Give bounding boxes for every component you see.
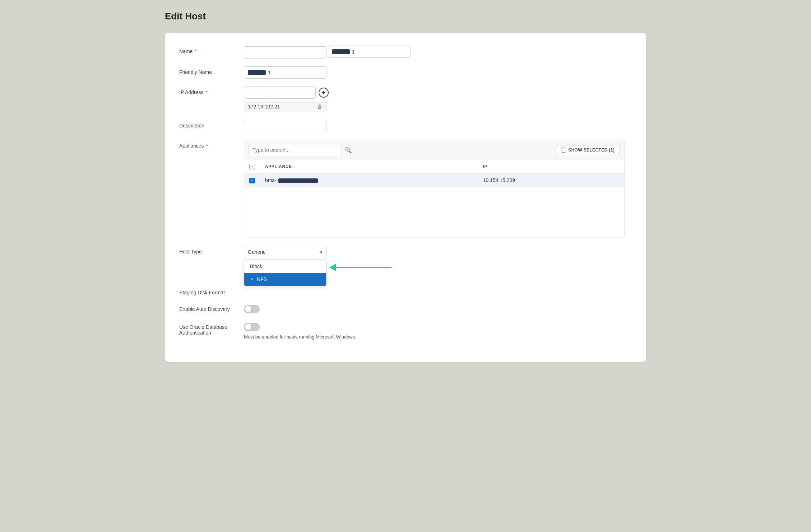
show-selected-checkbox (561, 148, 566, 153)
appliance-search-input[interactable] (249, 144, 342, 156)
search-input-wrap: 🔍 (249, 144, 352, 156)
row-checkbox[interactable] (249, 178, 255, 183)
auto-discovery-toggle[interactable] (244, 305, 260, 313)
host-type-field: Generic ▾ Block ✓ NFS (244, 246, 431, 258)
header-checkbox[interactable] (249, 164, 255, 169)
row-appliance-ip: 10.154.15.209 (478, 173, 624, 187)
oracle-auth-field: Must be enabled for hosts running Micros… (244, 321, 431, 340)
appliances-field: 🔍 SHOW SELECTED (1) (244, 140, 625, 238)
table-row: bms- 10.154.15.209 (244, 173, 624, 187)
appliances-required-star: * (206, 143, 208, 149)
dropdown-item-nfs[interactable]: ✓ NFS (244, 273, 326, 286)
host-type-label: Host Type (179, 246, 244, 255)
dropdown-item-block[interactable]: Block (244, 260, 326, 273)
nfs-label: NFS (257, 276, 267, 282)
appliance-name-masked (278, 178, 318, 183)
oracle-auth-label-line2: Authentication (179, 330, 211, 336)
oracle-auth-row: Use Oracle Database Authentication Must … (179, 321, 632, 340)
ip-input[interactable] (244, 87, 316, 99)
arrow-line (336, 267, 391, 268)
oracle-auth-label-line1: Use Oracle Database (179, 324, 227, 330)
page-title: Edit Host (165, 7, 646, 25)
auto-discovery-toggle-knob (245, 306, 251, 312)
ip-address-label: IP Address * (179, 87, 244, 95)
host-type-dropdown-menu: Block ✓ NFS (244, 260, 326, 286)
name-input-display[interactable] (328, 46, 411, 58)
name-input[interactable] (244, 46, 326, 59)
oracle-auth-hint: Must be enabled for hosts running Micros… (244, 334, 431, 340)
ip-add-button[interactable]: + (319, 88, 329, 98)
ip-required-star: * (205, 89, 207, 95)
auto-discovery-field (244, 303, 431, 313)
oracle-auth-toggle[interactable] (244, 323, 260, 331)
friendly-name-masked (248, 70, 266, 75)
oracle-auth-label: Use Oracle Database Authentication (179, 321, 244, 336)
oracle-auth-toggle-knob (245, 324, 251, 330)
description-input[interactable] (244, 120, 326, 132)
staging-disk-row: Staging Disk Format (179, 287, 632, 295)
name-label: Name * (179, 46, 244, 54)
auto-discovery-label: Enable Auto Discovery (179, 303, 244, 312)
friendly-name-label: Friendly Name (179, 66, 244, 75)
host-type-row: Host Type Generic ▾ Block (179, 246, 632, 258)
host-type-dropdown-container: Generic ▾ Block ✓ NFS (244, 246, 431, 258)
ip-existing-value: 172.16.102.21 (248, 104, 280, 109)
empty-row (244, 187, 624, 237)
appliances-table: APPLIANCE IP bms- (244, 160, 624, 238)
appliances-wrapper: 🔍 SHOW SELECTED (1) (244, 140, 625, 238)
header-appliance: APPLIANCE (260, 160, 478, 173)
appliances-search-bar: 🔍 SHOW SELECTED (1) (244, 140, 624, 160)
host-type-chevron-icon: ▾ (320, 249, 323, 255)
row-checkbox-cell (244, 173, 260, 187)
host-type-select-wrap: Generic ▾ (244, 246, 326, 258)
friendly-name-suffix: 1 (268, 70, 271, 75)
name-required-star: * (195, 48, 196, 54)
row-appliance-name: bms- (260, 173, 478, 187)
block-label: Block (250, 263, 262, 269)
header-checkbox-cell (244, 160, 260, 173)
arrow-annotation (330, 264, 391, 271)
ip-section: + 172.16.102.21 🗑 (244, 87, 431, 112)
form-card: Name * 1 Friendly Name (165, 33, 646, 362)
appliances-label: Appliances * (179, 140, 244, 149)
description-field (244, 120, 431, 132)
host-type-select[interactable]: Generic ▾ (244, 246, 326, 258)
arrow-head-icon (329, 264, 336, 271)
auto-discovery-row: Enable Auto Discovery (179, 303, 632, 313)
auto-discovery-toggle-container (244, 303, 431, 313)
appliances-row: Appliances * 🔍 SHOW SELECTED (1) (179, 140, 632, 238)
staging-disk-label: Staging Disk Format (179, 287, 244, 295)
page-container: Edit Host Name * 1 Friend (165, 7, 646, 362)
show-selected-button[interactable]: SHOW SELECTED (1) (556, 145, 620, 155)
description-label: Description (179, 120, 244, 129)
ip-delete-icon[interactable]: 🗑 (317, 103, 323, 109)
ip-address-field: + 172.16.102.21 🗑 (244, 87, 431, 112)
show-selected-label: SHOW SELECTED (1) (568, 148, 615, 153)
nfs-checkmark-icon: ✓ (250, 276, 254, 282)
ip-existing-row: 172.16.102.21 🗑 (244, 101, 326, 112)
appliance-search-button[interactable]: 🔍 (345, 147, 352, 154)
ip-address-row: IP Address * + 172.16.102.21 🗑 (179, 87, 632, 112)
appliances-table-header: APPLIANCE IP (244, 160, 624, 173)
oracle-auth-toggle-container (244, 321, 431, 331)
ip-input-row: + (244, 87, 431, 99)
name-field: 1 (244, 46, 431, 59)
name-row: Name * 1 (179, 46, 632, 59)
friendly-name-row: Friendly Name 1 (179, 66, 632, 79)
friendly-name-field: 1 (244, 66, 431, 79)
host-type-value: Generic (248, 249, 265, 255)
header-ip: IP (478, 160, 624, 173)
description-row: Description (179, 120, 632, 132)
